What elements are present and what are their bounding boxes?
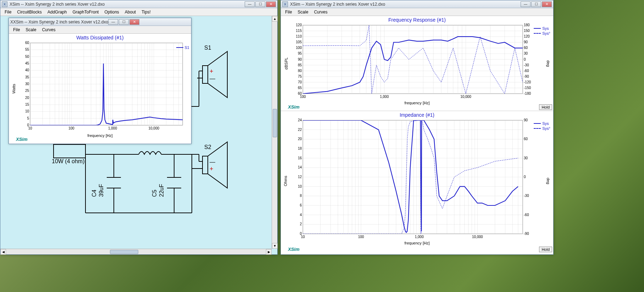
right-titlebar[interactable]: X XSim -- Xsim Synergy 2 inch series Xov… [281,0,553,8]
svg-text:—: — [210,76,215,82]
svg-text:90: 90 [524,119,528,122]
svg-text:20: 20 [298,137,302,141]
scrollbar-vertical[interactable]: ▲ ▼ [272,16,277,249]
svg-text:C4: C4 [91,189,97,197]
svg-text:24: 24 [298,119,302,122]
svg-text:40: 40 [25,68,29,72]
maximize-button[interactable]: ☐ [255,1,265,7]
svg-text:85: 85 [298,63,302,67]
svg-text:1,000: 1,000 [108,126,117,130]
minimize-button[interactable]: — [521,1,531,7]
svg-text:-60: -60 [524,213,529,217]
watts-chart: Watts Dissipated (#1) Watts 101001,00010… [9,34,191,144]
menu-curves[interactable]: Curves [311,9,330,15]
watts-titlebar[interactable]: X XSim -- Xsim Synergy 2 inch series Xov… [9,18,191,26]
x-axis-label: frequency [Hz] [281,241,553,245]
scroll-left-icon[interactable]: ◀ [0,249,6,255]
hold-button[interactable]: Hold [539,104,552,110]
scroll-thumb-h[interactable] [110,250,138,254]
scroll-right-icon[interactable]: ▶ [266,249,272,255]
svg-text:25: 25 [25,89,29,93]
impedance-chart: Impedance (#1) Ohms deg 101001,00010,000… [281,111,553,253]
app-icon: X [282,1,288,7]
svg-text:5: 5 [27,116,29,120]
x-axis-label: frequency [Hz] [281,101,553,105]
menu-curves[interactable]: Curves [39,27,58,33]
svg-text:75: 75 [298,75,302,78]
y-axis-label: dBSPL [284,57,288,69]
svg-text:100: 100 [358,235,364,239]
right-title: XSim -- Xsim Synergy 2 inch series Xover… [290,2,521,7]
svg-text:1,000: 1,000 [380,95,389,99]
svg-text:50: 50 [25,55,29,59]
menu-file[interactable]: File [10,27,23,33]
minimize-button[interactable]: — [245,1,255,7]
xsim-brand: XSim [288,247,300,252]
svg-text:4: 4 [300,213,302,217]
svg-text:105: 105 [296,40,302,44]
svg-text:16: 16 [298,156,302,160]
svg-text:60: 60 [25,41,29,45]
svg-text:35: 35 [25,75,29,79]
scroll-thumb-v[interactable] [273,109,277,137]
close-button[interactable]: ✕ [266,1,276,7]
menu-addgraph[interactable]: AddGraph [45,9,70,15]
svg-text:12: 12 [298,175,302,179]
menu-circuitblocks[interactable]: CircuitBlocks [14,9,44,15]
y2-axis-label: deg [546,60,550,66]
svg-text:30: 30 [25,82,29,86]
svg-text:90: 90 [298,57,302,61]
svg-text:80: 80 [298,69,302,73]
menu-options[interactable]: Options [101,9,122,15]
svg-text:20: 20 [25,96,29,100]
scroll-up-icon[interactable]: ▲ [272,16,278,22]
menu-file[interactable]: File [2,9,14,15]
freq-chart: Frequency Response (#1) dBSPL deg 1001,0… [281,16,553,111]
maximize-button[interactable]: ☐ [119,19,129,25]
menu-tips[interactable]: Tips! [139,9,154,15]
menu-graphtofront[interactable]: GraphToFront [70,9,101,15]
right-window: X XSim -- Xsim Synergy 2 inch series Xov… [281,0,554,255]
svg-text:8: 8 [300,194,302,198]
watts-title: XSim -- Xsim Synergy 2 inch series Xover… [13,20,108,24]
y-axis-label: Watts [12,84,16,94]
menu-about[interactable]: About [122,9,139,15]
legend-sys-phase: Sys° [534,126,550,131]
scrollbar-horizontal[interactable]: ◀ ▶ [0,249,272,254]
svg-text:100: 100 [68,126,74,130]
svg-text:-30: -30 [524,63,529,67]
svg-text:70: 70 [298,80,302,84]
app-icon: X [2,1,7,7]
close-button[interactable]: ✕ [542,1,552,7]
svg-text:0: 0 [300,232,302,236]
svg-rect-22 [202,156,208,174]
svg-text:60: 60 [298,92,302,95]
hold-button[interactable]: Hold [539,247,552,252]
minimize-button[interactable]: — [108,19,118,25]
svg-text:2: 2 [300,222,302,226]
y2-axis-label: deg [546,178,550,184]
svg-text:55: 55 [25,48,29,51]
x-axis-label: frequency [Hz] [9,133,191,138]
menu-scale[interactable]: Scale [23,27,39,33]
svg-text:22: 22 [298,128,302,132]
scroll-down-icon[interactable]: ▼ [272,243,278,249]
svg-text:14: 14 [298,165,302,169]
main-titlebar[interactable]: X XSim -- Xsim Synergy 2 inch series Xov… [0,0,277,8]
maximize-button[interactable]: ☐ [531,1,541,7]
menu-scale[interactable]: Scale [295,9,311,15]
menu-file[interactable]: File [282,9,295,15]
legend-s1: S1 [176,45,189,50]
svg-text:15: 15 [25,103,29,106]
svg-text:6: 6 [300,203,302,207]
main-menubar: File CircuitBlocks AddGraph GraphToFront… [0,8,277,16]
svg-text:+: + [210,68,213,75]
close-button[interactable]: ✕ [129,19,139,25]
chart-title: Watts Dissipated (#1) [9,34,191,40]
svg-text:0: 0 [27,123,29,127]
legend-sys: Sys [534,26,550,31]
svg-text:30: 30 [524,156,528,160]
legend-sys: Sys [534,121,550,126]
svg-text:150: 150 [524,29,530,33]
legend-sys-phase: Sys° [534,31,550,35]
